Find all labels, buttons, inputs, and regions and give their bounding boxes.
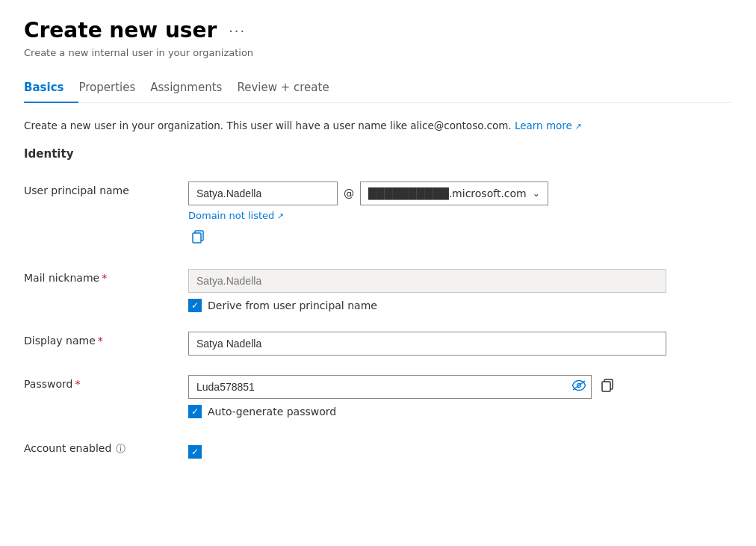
tab-review-create[interactable]: Review + create	[237, 73, 344, 103]
domain-dropdown[interactable]: ██████████.microsoft.com ⌄	[360, 182, 548, 205]
tab-assignments[interactable]: Assignments	[150, 73, 237, 103]
copy-password-button[interactable]	[598, 376, 617, 398]
password-control: Auto-generate password	[188, 369, 732, 432]
toggle-password-visibility-button[interactable]	[572, 380, 586, 394]
upn-input[interactable]	[188, 182, 338, 205]
page-header: Create new user ···	[24, 18, 732, 43]
upn-label: User principal name	[24, 176, 188, 263]
page-title: Create new user	[24, 18, 217, 43]
upn-control: @ ██████████.microsoft.com ⌄ Domain not …	[188, 176, 732, 263]
svg-rect-1	[193, 233, 201, 243]
upn-input-row: @ ██████████.microsoft.com ⌄	[188, 182, 732, 205]
account-enabled-label: Account enabled ⓘ	[24, 432, 188, 472]
password-label: Password *	[24, 369, 188, 432]
mail-nickname-input[interactable]	[188, 269, 666, 293]
tab-basics[interactable]: Basics	[24, 73, 78, 103]
mail-nickname-control: Derive from user principal name	[188, 263, 732, 326]
tab-nav: Basics Properties Assignments Review + c…	[24, 73, 732, 103]
at-sign: @	[344, 187, 354, 199]
domain-not-listed-link[interactable]: Domain not listed	[188, 210, 732, 221]
info-description: Create a new user in your organization. …	[24, 118, 732, 134]
copy-upn-button[interactable]	[188, 227, 208, 249]
learn-more-link[interactable]: Learn more	[515, 120, 582, 131]
chevron-down-icon: ⌄	[533, 188, 540, 199]
mail-nickname-label: Mail nickname *	[24, 263, 188, 326]
display-name-control	[188, 326, 732, 369]
auto-generate-row: Auto-generate password	[188, 405, 732, 418]
display-name-label: Display name *	[24, 326, 188, 369]
derive-checkbox-row: Derive from user principal name	[188, 299, 732, 312]
display-name-input[interactable]	[188, 332, 666, 356]
page-subtitle: Create a new internal user in your organ…	[24, 47, 732, 58]
identity-form: User principal name @ ██████████.microso…	[24, 176, 732, 472]
auto-generate-checkbox[interactable]	[188, 405, 202, 418]
derive-label: Derive from user principal name	[208, 300, 377, 311]
identity-section-title: Identity	[24, 147, 732, 161]
svg-rect-5	[602, 382, 610, 391]
password-input[interactable]	[188, 375, 592, 399]
account-enabled-checkbox[interactable]	[188, 445, 202, 459]
more-options-button[interactable]: ···	[226, 19, 249, 42]
mail-nickname-required: *	[102, 272, 107, 284]
display-name-required: *	[98, 335, 103, 347]
account-enabled-info-icon[interactable]: ⓘ	[116, 442, 126, 456]
domain-value: ██████████.microsoft.com	[368, 187, 527, 199]
password-required: *	[75, 378, 80, 390]
password-input-row	[188, 375, 732, 399]
auto-generate-label: Auto-generate password	[208, 406, 336, 418]
derive-checkbox[interactable]	[188, 299, 202, 312]
tab-properties[interactable]: Properties	[78, 73, 150, 103]
account-enabled-control	[188, 432, 732, 472]
password-wrapper	[188, 375, 592, 399]
